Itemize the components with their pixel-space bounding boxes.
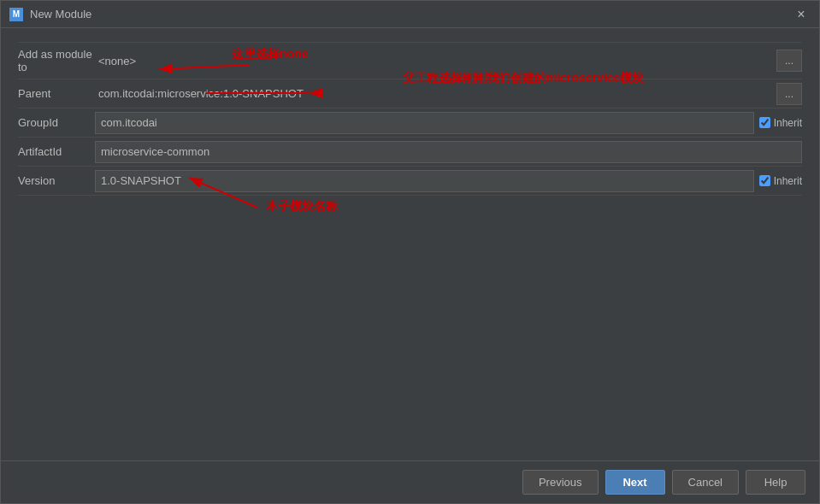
- groupid-inherit: Inherit: [759, 117, 802, 129]
- version-input[interactable]: [95, 170, 754, 192]
- artifactid-label: ArtifactId: [18, 140, 95, 163]
- groupid-row: GroupId Inherit: [18, 108, 802, 138]
- parent-browse-button[interactable]: ...: [776, 83, 802, 105]
- previous-button[interactable]: Previous: [522, 470, 599, 495]
- close-button[interactable]: ×: [792, 5, 811, 24]
- add-module-row: Add as module to <none> ...: [18, 42, 802, 79]
- add-module-value: <none>: [95, 50, 771, 73]
- version-inherit: Inherit: [759, 175, 802, 187]
- module-icon: M: [9, 8, 23, 21]
- groupid-inherit-checkbox[interactable]: [759, 117, 770, 128]
- dialog-title: New Module: [30, 8, 91, 21]
- version-inherit-checkbox[interactable]: [759, 175, 770, 186]
- dialog-footer: Previous Next Cancel Help: [1, 460, 819, 503]
- add-module-browse-button[interactable]: ...: [776, 50, 802, 72]
- add-module-label: Add as module to: [18, 43, 95, 79]
- parent-label: Parent: [18, 82, 95, 105]
- version-inherit-label: Inherit: [774, 175, 802, 187]
- parent-row: Parent com.itcodai:microservice:1.0-SNAP…: [18, 79, 802, 108]
- title-bar: M New Module ×: [1, 1, 819, 28]
- groupid-inherit-label: Inherit: [774, 117, 802, 129]
- help-button[interactable]: Help: [746, 470, 805, 495]
- version-row: Version Inherit: [18, 167, 802, 196]
- cancel-button[interactable]: Cancel: [672, 470, 739, 495]
- groupid-input[interactable]: [95, 112, 754, 134]
- dialog-content: Add as module to <none> ... Parent com.i…: [1, 28, 819, 460]
- parent-value: com.itcodai:microservice:1.0-SNAPSHOT: [95, 82, 771, 105]
- next-button[interactable]: Next: [605, 470, 665, 495]
- artifactid-input[interactable]: [95, 141, 802, 163]
- module-name-annotation-text: 本子模块名称: [266, 199, 338, 214]
- form-section: Add as module to <none> ... Parent com.i…: [18, 42, 802, 196]
- version-label: Version: [18, 169, 95, 192]
- groupid-label: GroupId: [18, 111, 95, 134]
- new-module-dialog: M New Module × Add as module to <none> .…: [0, 0, 820, 504]
- artifactid-row: ArtifactId: [18, 138, 802, 167]
- title-bar-left: M New Module: [9, 8, 91, 21]
